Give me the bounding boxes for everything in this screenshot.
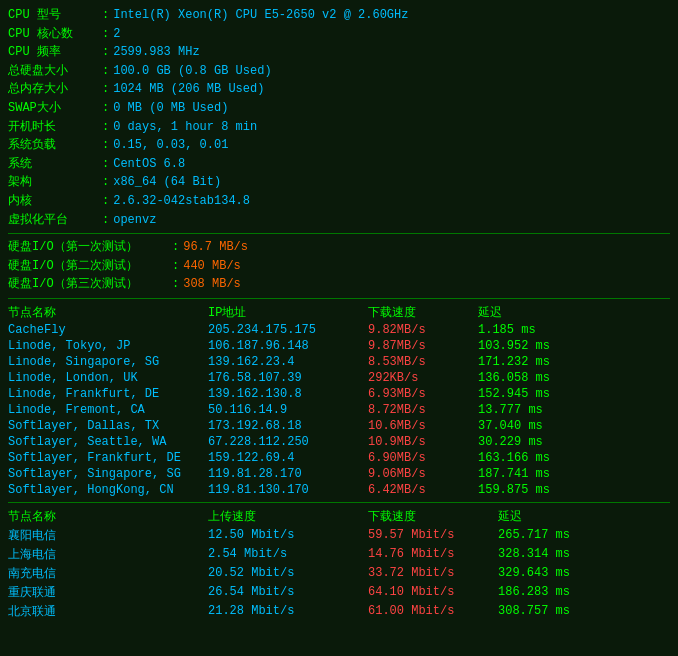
disk-info: 硬盘I/O（第一次测试）:96.7 MB/s硬盘I/O（第二次测试）:440 M… xyxy=(8,238,670,294)
net-ip: 176.58.107.39 xyxy=(208,370,368,386)
cn-upload: 2.54 Mbit/s xyxy=(208,545,368,564)
disk-row: 硬盘I/O（第三次测试）:308 MB/s xyxy=(8,275,670,294)
net-speed: 10.9MB/s xyxy=(368,434,478,450)
net-node-name: Softlayer, Frankfurt, DE xyxy=(8,450,208,466)
cn-latency: 328.314 ms xyxy=(498,545,670,564)
net-node-name: Linode, Frankfurt, DE xyxy=(8,386,208,402)
net-latency: 37.040 ms xyxy=(478,418,670,434)
system-row: CPU 型号:Intel(R) Xeon(R) CPU E5-2650 v2 @… xyxy=(8,6,670,25)
net-row: Softlayer, Dallas, TX 173.192.68.18 10.6… xyxy=(8,418,670,434)
net-ip: 50.116.14.9 xyxy=(208,402,368,418)
row-value: openvz xyxy=(113,211,156,230)
cn-header: 节点名称 xyxy=(8,507,208,526)
row-value: 0.15, 0.03, 0.01 xyxy=(113,136,228,155)
net-ip: 119.81.28.170 xyxy=(208,466,368,482)
china-info: 节点名称上传速度下载速度延迟 襄阳电信 12.50 Mbit/s 59.57 M… xyxy=(8,507,670,621)
cn-download: 59.57 Mbit/s xyxy=(368,526,498,545)
net-speed: 9.06MB/s xyxy=(368,466,478,482)
cn-latency: 308.757 ms xyxy=(498,602,670,621)
net-latency: 1.185 ms xyxy=(478,322,670,338)
row-value: 2 xyxy=(113,25,120,44)
net-latency: 187.741 ms xyxy=(478,466,670,482)
cn-upload: 26.54 Mbit/s xyxy=(208,583,368,602)
system-info: CPU 型号:Intel(R) Xeon(R) CPU E5-2650 v2 @… xyxy=(8,6,670,229)
row-label: 架构 xyxy=(8,173,98,192)
net-node-name: Linode, Tokyo, JP xyxy=(8,338,208,354)
divider-3 xyxy=(8,502,670,503)
net-row: Softlayer, Seattle, WA 67.228.112.250 10… xyxy=(8,434,670,450)
cn-latency: 329.643 ms xyxy=(498,564,670,583)
net-node-name: Linode, London, UK xyxy=(8,370,208,386)
net-ip: 173.192.68.18 xyxy=(208,418,368,434)
net-latency: 171.232 ms xyxy=(478,354,670,370)
system-row: 内核:2.6.32-042stab134.8 xyxy=(8,192,670,211)
cn-upload: 20.52 Mbit/s xyxy=(208,564,368,583)
row-label: 总内存大小 xyxy=(8,80,98,99)
net-speed: 8.53MB/s xyxy=(368,354,478,370)
net-node-name: Linode, Singapore, SG xyxy=(8,354,208,370)
cn-download: 14.76 Mbit/s xyxy=(368,545,498,564)
row-value: 1024 MB (206 MB Used) xyxy=(113,80,264,99)
net-latency: 136.058 ms xyxy=(478,370,670,386)
cn-header: 上传速度 xyxy=(208,507,368,526)
system-row: CPU 核心数:2 xyxy=(8,25,670,44)
cn-latency: 186.283 ms xyxy=(498,583,670,602)
net-header: IP地址 xyxy=(208,303,368,322)
row-label: 开机时长 xyxy=(8,118,98,137)
cn-node-name: 襄阳电信 xyxy=(8,526,208,545)
net-row: Softlayer, Frankfurt, DE 159.122.69.4 6.… xyxy=(8,450,670,466)
net-speed: 6.90MB/s xyxy=(368,450,478,466)
cn-row: 南充电信 20.52 Mbit/s 33.72 Mbit/s 329.643 m… xyxy=(8,564,670,583)
cn-download: 33.72 Mbit/s xyxy=(368,564,498,583)
system-row: CPU 频率:2599.983 MHz xyxy=(8,43,670,62)
net-speed: 9.82MB/s xyxy=(368,322,478,338)
row-value: 100.0 GB (0.8 GB Used) xyxy=(113,62,271,81)
disk-row: 硬盘I/O（第二次测试）:440 MB/s xyxy=(8,257,670,276)
cn-download: 64.10 Mbit/s xyxy=(368,583,498,602)
cn-header: 下载速度 xyxy=(368,507,498,526)
row-label: CPU 频率 xyxy=(8,43,98,62)
row-label: 总硬盘大小 xyxy=(8,62,98,81)
row-label: 系统负载 xyxy=(8,136,98,155)
cn-row: 上海电信 2.54 Mbit/s 14.76 Mbit/s 328.314 ms xyxy=(8,545,670,564)
divider-1 xyxy=(8,233,670,234)
net-header: 下载速度 xyxy=(368,303,478,322)
cn-header: 延迟 xyxy=(498,507,670,526)
net-header: 节点名称 xyxy=(8,303,208,322)
row-value: CentOS 6.8 xyxy=(113,155,185,174)
cn-latency: 265.717 ms xyxy=(498,526,670,545)
row-label: 系统 xyxy=(8,155,98,174)
row-label: CPU 核心数 xyxy=(8,25,98,44)
net-speed: 8.72MB/s xyxy=(368,402,478,418)
cn-upload: 21.28 Mbit/s xyxy=(208,602,368,621)
net-row: Linode, Frankfurt, DE 139.162.130.8 6.93… xyxy=(8,386,670,402)
cn-node-name: 上海电信 xyxy=(8,545,208,564)
cn-upload: 12.50 Mbit/s xyxy=(208,526,368,545)
net-speed: 6.42MB/s xyxy=(368,482,478,498)
row-value: x86_64 (64 Bit) xyxy=(113,173,221,192)
net-ip: 159.122.69.4 xyxy=(208,450,368,466)
row-value: 0 days, 1 hour 8 min xyxy=(113,118,257,137)
network-info: 节点名称IP地址下载速度延迟 CacheFly 205.234.175.175 … xyxy=(8,303,670,498)
system-row: 系统负载:0.15, 0.03, 0.01 xyxy=(8,136,670,155)
system-row: 虚拟化平台:openvz xyxy=(8,211,670,230)
net-row: Linode, Fremont, CA 50.116.14.9 8.72MB/s… xyxy=(8,402,670,418)
net-latency: 159.875 ms xyxy=(478,482,670,498)
row-label: 内核 xyxy=(8,192,98,211)
net-latency: 30.229 ms xyxy=(478,434,670,450)
row-value: 96.7 MB/s xyxy=(183,238,248,257)
cn-download: 61.00 Mbit/s xyxy=(368,602,498,621)
net-latency: 103.952 ms xyxy=(478,338,670,354)
cn-row: 重庆联通 26.54 Mbit/s 64.10 Mbit/s 186.283 m… xyxy=(8,583,670,602)
net-ip: 205.234.175.175 xyxy=(208,322,368,338)
row-value: 0 MB (0 MB Used) xyxy=(113,99,228,118)
net-row: Linode, London, UK 176.58.107.39 292KB/s… xyxy=(8,370,670,386)
net-node-name: Softlayer, HongKong, CN xyxy=(8,482,208,498)
row-value: 2.6.32-042stab134.8 xyxy=(113,192,250,211)
net-ip: 106.187.96.148 xyxy=(208,338,368,354)
net-ip: 139.162.23.4 xyxy=(208,354,368,370)
row-value: Intel(R) Xeon(R) CPU E5-2650 v2 @ 2.60GH… xyxy=(113,6,408,25)
net-row: Softlayer, HongKong, CN 119.81.130.170 6… xyxy=(8,482,670,498)
system-row: 架构:x86_64 (64 Bit) xyxy=(8,173,670,192)
net-ip: 119.81.130.170 xyxy=(208,482,368,498)
